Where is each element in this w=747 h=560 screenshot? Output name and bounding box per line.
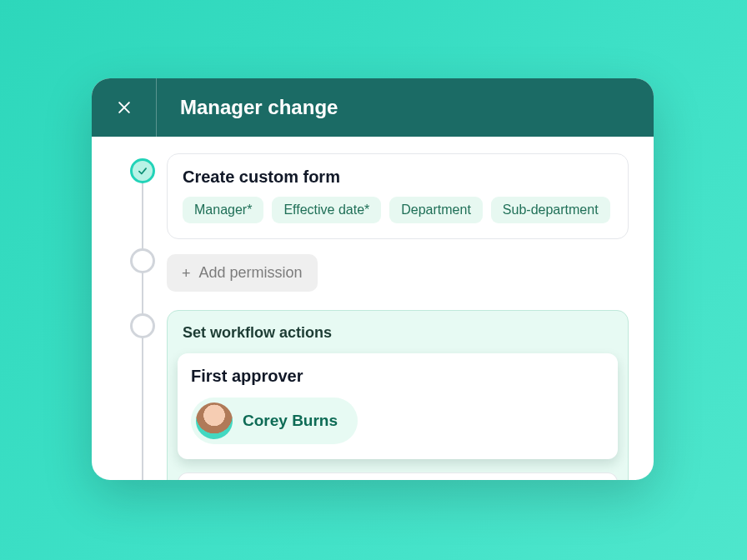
add-permission-button[interactable]: + Add permission [167, 254, 318, 292]
steps-container: Create custom form Manager* Effective da… [167, 153, 629, 480]
workflow-panel-title: Set workflow actions [178, 324, 618, 353]
create-form-title: Create custom form [183, 168, 613, 187]
next-workflow-card-peek [178, 472, 618, 480]
approver-chip[interactable]: Corey Burns [191, 398, 358, 444]
form-field-chips: Manager* Effective date* Department Sub-… [183, 197, 613, 223]
add-permission-label: Add permission [199, 264, 303, 282]
first-approver-title: First approver [191, 367, 604, 386]
step-timeline [130, 162, 155, 480]
modal-title: Manager change [157, 96, 338, 119]
avatar [196, 402, 233, 439]
plus-icon: + [182, 266, 191, 281]
field-chip-manager[interactable]: Manager* [183, 197, 263, 223]
first-approver-card[interactable]: First approver Corey Burns [178, 353, 618, 459]
check-icon [137, 165, 148, 177]
workflow-modal: Manager change Create custom form Manage… [92, 78, 654, 480]
modal-body: Create custom form Manager* Effective da… [92, 137, 654, 480]
step-indicator-complete [130, 158, 155, 183]
workflow-actions-panel: Set workflow actions First approver Core… [167, 310, 629, 480]
approver-name: Corey Burns [243, 412, 338, 430]
field-chip-sub-department[interactable]: Sub-department [491, 197, 610, 223]
close-icon [116, 99, 133, 116]
step-indicator-pending [130, 248, 155, 273]
step-indicator-pending [130, 313, 155, 338]
create-form-card[interactable]: Create custom form Manager* Effective da… [167, 153, 629, 239]
field-chip-effective-date[interactable]: Effective date* [272, 197, 381, 223]
close-button[interactable] [92, 78, 157, 137]
field-chip-department[interactable]: Department [389, 197, 483, 223]
modal-header: Manager change [92, 78, 654, 137]
